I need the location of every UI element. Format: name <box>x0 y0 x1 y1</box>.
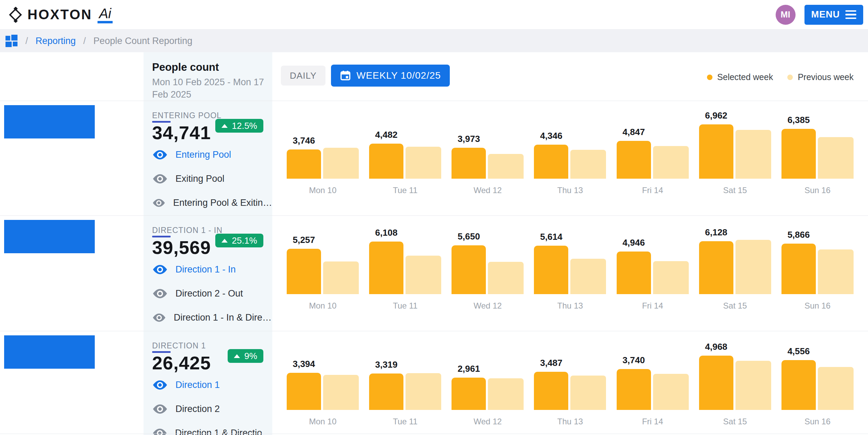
day-axis-label: Wed 12 <box>452 186 524 195</box>
visibility-option-direction-2[interactable]: Direction 2 <box>152 397 272 421</box>
breadcrumb-link-reporting[interactable]: Reporting <box>36 36 76 46</box>
page-head: People count Mon 10 Feb 2025 - Mon 17 Fe… <box>152 61 267 101</box>
selected-week-bar[interactable] <box>617 369 651 410</box>
bar-group-sun-16: 6,385Sun 16 <box>781 129 854 179</box>
bar-group-sun-16: 5,866Sun 16 <box>781 244 854 294</box>
previous-week-bar[interactable] <box>323 261 359 294</box>
selected-week-bar[interactable] <box>781 244 816 294</box>
bar-value-label: 6,108 <box>375 227 398 238</box>
previous-week-bar[interactable] <box>735 240 771 294</box>
previous-week-bar[interactable] <box>818 367 854 410</box>
bar-value-label: 6,128 <box>705 227 727 238</box>
visibility-option-entering-pool-exiting-pool[interactable]: Entering Pool & Exiting Pool <box>152 191 272 215</box>
previous-week-bar[interactable] <box>653 261 689 294</box>
camera-name-redacted <box>4 335 95 369</box>
option-label: Exiting Pool <box>175 174 225 184</box>
selected-week-bar[interactable] <box>369 144 403 179</box>
bar-group-thu-13: 5,614Thu 13 <box>534 246 606 294</box>
selected-week-bar[interactable] <box>287 373 321 410</box>
visibility-options: Direction 1Direction 2Direction 1 & Dire… <box>152 373 272 435</box>
selected-week-bar[interactable] <box>369 242 403 294</box>
bar-value-label: 5,650 <box>458 231 480 242</box>
previous-week-bar[interactable] <box>570 150 606 179</box>
arrow-up-icon <box>221 124 228 128</box>
camera-name-redacted <box>4 105 95 138</box>
previous-week-bar[interactable] <box>406 256 441 294</box>
previous-week-bar[interactable] <box>570 259 606 294</box>
previous-week-bar[interactable] <box>488 378 524 410</box>
previous-week-bar[interactable] <box>323 375 359 410</box>
metric-label: ENTERING POOL <box>152 111 272 120</box>
visibility-option-direction-1-direction-2[interactable]: Direction 1 & Direction 2 <box>152 421 272 435</box>
selected-week-bar[interactable] <box>534 145 568 179</box>
selected-week-bar[interactable] <box>617 141 651 179</box>
previous-week-bar[interactable] <box>406 147 441 179</box>
previous-week-bar[interactable] <box>653 374 689 410</box>
day-axis-label: Tue 11 <box>369 301 441 311</box>
legend-previous-label: Previous week <box>798 72 854 82</box>
selected-week-bar[interactable] <box>699 241 733 294</box>
arrow-up-icon <box>234 354 240 358</box>
previous-week-bar[interactable] <box>488 154 524 179</box>
change-badge: 25.1% <box>215 234 263 247</box>
selected-week-bar[interactable] <box>617 252 651 294</box>
dashboard-grid-icon[interactable] <box>5 35 18 47</box>
bar-value-label: 4,346 <box>540 131 562 141</box>
visibility-option-entering-pool[interactable]: Entering Pool <box>152 143 272 167</box>
menu-button[interactable]: MENU <box>804 5 864 25</box>
selected-week-bar[interactable] <box>781 129 816 179</box>
previous-week-bar[interactable] <box>323 148 359 179</box>
selected-week-bar[interactable] <box>534 246 568 294</box>
selected-week-bar[interactable] <box>452 148 486 179</box>
bar-group-fri-14: 4,946Fri 14 <box>617 252 689 294</box>
visibility-option-direction-1-in-directio[interactable]: Direction 1 - In & Directio... <box>152 305 272 330</box>
previous-week-bar[interactable] <box>735 361 771 410</box>
previous-week-bar[interactable] <box>488 262 524 294</box>
change-badge: 12.5% <box>215 119 263 133</box>
bar-value-label: 5,866 <box>787 230 810 240</box>
eye-icon <box>152 380 168 390</box>
day-axis-label: Wed 12 <box>452 417 524 426</box>
day-axis-label: Fri 14 <box>617 417 689 426</box>
bar-chart-direction-1: 3,394Mon 103,319Tue 112,961Wed 123,487Th… <box>287 356 854 410</box>
previous-week-bar[interactable] <box>818 249 854 294</box>
selected-week-bar[interactable] <box>369 373 403 410</box>
selected-week-bar[interactable] <box>781 360 816 410</box>
bar-group-mon-10: 3,746Mon 10 <box>287 148 359 179</box>
bar-group-sat-15: 4,968Sat 15 <box>699 356 771 410</box>
previous-week-bar[interactable] <box>406 373 441 410</box>
eye-icon <box>152 174 168 184</box>
section-entering-pool: ENTERING POOL 34,741 12.5% Entering Pool… <box>0 101 868 215</box>
calendar-icon <box>340 70 351 81</box>
top-bar: HOXTON Ai MI MENU <box>0 0 868 30</box>
bar-value-label: 5,257 <box>293 235 315 245</box>
bar-group-thu-13: 3,487Thu 13 <box>534 372 606 410</box>
avatar[interactable]: MI <box>776 5 796 25</box>
daily-button[interactable]: DAILY <box>281 66 326 86</box>
day-axis-label: Sat 15 <box>699 301 771 311</box>
previous-week-bar[interactable] <box>735 130 771 179</box>
option-label: Direction 1 - In & Directio... <box>174 312 272 323</box>
day-axis-label: Thu 13 <box>534 417 606 426</box>
selected-week-bar[interactable] <box>699 356 733 410</box>
selected-week-bar[interactable] <box>534 372 568 410</box>
bar-group-wed-12: 5,650Wed 12 <box>452 245 524 294</box>
previous-week-bar[interactable] <box>570 376 606 410</box>
breadcrumb: / Reporting / People Count Reporting <box>0 30 868 52</box>
visibility-option-exiting-pool[interactable]: Exiting Pool <box>152 167 272 191</box>
visibility-option-direction-2-out[interactable]: Direction 2 - Out <box>152 281 272 305</box>
section-direction-1: DIRECTION 1 26,425 9% Direction 1Directi… <box>0 331 868 434</box>
visibility-option-direction-1[interactable]: Direction 1 <box>152 373 272 397</box>
selected-week-bar[interactable] <box>452 245 486 294</box>
bar-group-sat-15: 6,128Sat 15 <box>699 240 771 294</box>
selected-week-bar[interactable] <box>287 149 321 179</box>
selected-week-bar[interactable] <box>452 378 486 410</box>
previous-week-bar[interactable] <box>653 146 689 179</box>
bar-chart-entering-pool: 3,746Mon 104,482Tue 113,973Wed 124,346Th… <box>287 124 854 179</box>
visibility-option-direction-1-in[interactable]: Direction 1 - In <box>152 257 272 281</box>
selected-week-bar[interactable] <box>287 249 321 294</box>
weekly-button[interactable]: WEEKLY 10/02/25 <box>331 65 450 87</box>
eye-icon <box>152 149 168 160</box>
previous-week-bar[interactable] <box>818 137 854 179</box>
selected-week-bar[interactable] <box>699 124 733 179</box>
